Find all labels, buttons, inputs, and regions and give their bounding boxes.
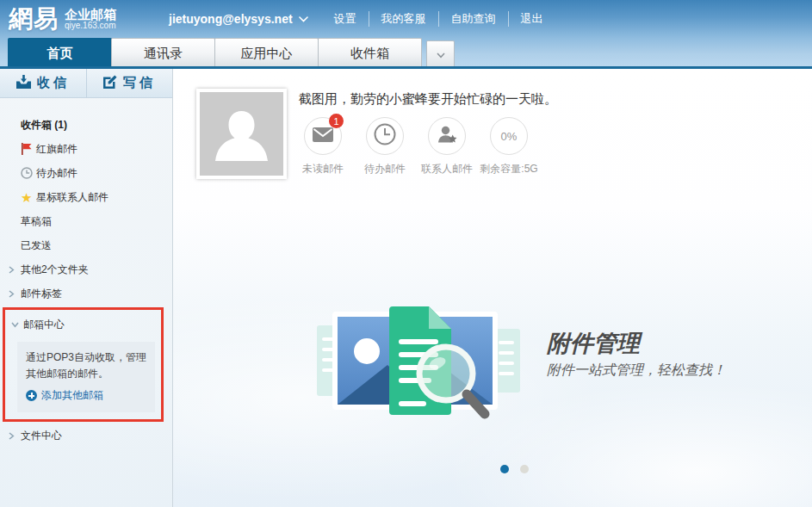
chevron-right-icon [9,266,21,274]
brand-logo-text: 網易 [9,3,59,35]
sidebar-item-inbox[interactable]: 收件箱 (1) [0,113,172,137]
carousel-dot-2[interactable] [520,465,529,473]
product-name: 企业邮箱 [65,8,116,22]
clock-icon [374,123,396,149]
banner-title: 附件管理 [547,328,640,359]
quota-stat[interactable]: 0% 剩余容量:5G [478,117,540,176]
contacts-mail-stat[interactable]: 联系人邮件 [416,117,478,176]
mail-actions: 收信 写信 [0,69,172,98]
chevron-down-icon [299,16,308,22]
sidebar: 收信 写信 收件箱 (1) 红旗邮件 [0,69,173,507]
add-other-mailbox-link[interactable]: 添加其他邮箱 [26,387,146,404]
main-content: 截图用，勤劳的小蜜蜂要开始忙碌的一天啦。 1 未读邮件 待办邮件 [173,69,812,507]
receive-mail-button[interactable]: 收信 [0,69,86,97]
unread-mail-stat[interactable]: 1 未读邮件 [292,117,354,176]
receive-mail-icon [16,75,31,91]
account-email: jietuyong@elysys.net [169,12,293,26]
product-domain: qiye.163.com [65,22,116,31]
person-silhouette-icon [200,92,283,176]
chevron-right-icon [9,432,21,440]
greeting-text: 截图用，勤劳的小蜜蜂要开始忙碌的一天啦。 [299,91,557,108]
customer-service-link[interactable]: 我的客服 [369,11,438,27]
star-icon: ★ [21,191,36,204]
quota-percent: 0% [501,130,518,143]
tab-home[interactable]: 首页 [8,38,112,66]
top-bar: 網易 企业邮箱 qiye.163.com jietuyong@elysys.ne… [0,0,812,38]
compose-mail-label: 写信 [123,75,156,91]
contact-star-icon [437,125,458,148]
self-service-link[interactable]: 自助查询 [438,11,508,27]
banner-subtitle: 附件一站式管理，轻松查找！ [547,362,726,380]
attachment-illustration[interactable] [315,301,522,427]
clock-icon [21,167,36,179]
compose-mail-button[interactable]: 写信 [86,69,173,97]
webmail-app: 網易 企业邮箱 qiye.163.com jietuyong@elysys.ne… [0,0,812,507]
sidebar-item-other-folders[interactable]: 其他2个文件夹 [0,257,172,281]
tab-inbox[interactable]: 收件箱 [318,38,422,66]
envelope-icon [313,127,333,145]
sidebar-item-file-center[interactable]: 文件中心 [0,424,172,448]
header: 網易 企业邮箱 qiye.163.com jietuyong@elysys.ne… [0,0,812,69]
top-links: 设置 我的客服 自助查询 退出 [322,11,555,27]
plus-icon [26,390,37,401]
carousel-dot-1[interactable] [500,465,509,473]
main-tabs: 首页 通讯录 应用中心 收件箱 [9,38,455,66]
sidebar-item-starred-contacts-mail[interactable]: ★ 星标联系人邮件 [0,185,172,209]
pop3-description-panel: 通过POP3自动收取，管理其他邮箱的邮件。 添加其他邮箱 [17,342,155,412]
sidebar-item-sent[interactable]: 已发送 [0,233,172,257]
chevron-down-icon [11,322,23,328]
mailbox-center-highlight: 邮箱中心 通过POP3自动收取，管理其他邮箱的邮件。 添加其他邮箱 [3,307,164,422]
tab-contacts[interactable]: 通讯录 [111,38,215,66]
unread-count-badge: 1 [329,114,344,128]
logout-link[interactable]: 退出 [508,11,555,27]
red-flag-icon [21,143,36,155]
tab-app-center[interactable]: 应用中心 [214,38,319,66]
netease-logo[interactable]: 網易 企业邮箱 qiye.163.com [9,3,169,35]
stats-row: 1 未读邮件 待办邮件 联系人邮件 [292,117,540,176]
tab-overflow-button[interactable] [426,40,455,66]
sidebar-item-mailbox-center[interactable]: 邮箱中心 [5,312,161,337]
sidebar-item-todo-mail[interactable]: 待办邮件 [0,161,172,185]
pop3-description: 通过POP3自动收取，管理其他邮箱的邮件。 [26,349,146,382]
sidebar-item-mail-tags[interactable]: 邮件标签 [0,281,172,306]
avatar[interactable] [196,89,287,179]
sidebar-item-drafts[interactable]: 草稿箱 [0,209,172,233]
account-menu[interactable]: jietuyong@elysys.net [169,12,308,26]
carousel-dots [500,465,529,473]
receive-mail-label: 收信 [37,75,70,91]
todo-mail-stat[interactable]: 待办邮件 [354,117,416,176]
sidebar-item-flagged-mail[interactable]: 红旗邮件 [0,137,172,161]
chevron-right-icon [9,290,21,298]
chevron-down-icon [437,46,445,62]
folder-menu: 收件箱 (1) 红旗邮件 待办邮件 ★ 星标联系人邮件 [0,98,172,448]
compose-mail-icon [103,75,117,91]
settings-link[interactable]: 设置 [322,11,369,27]
